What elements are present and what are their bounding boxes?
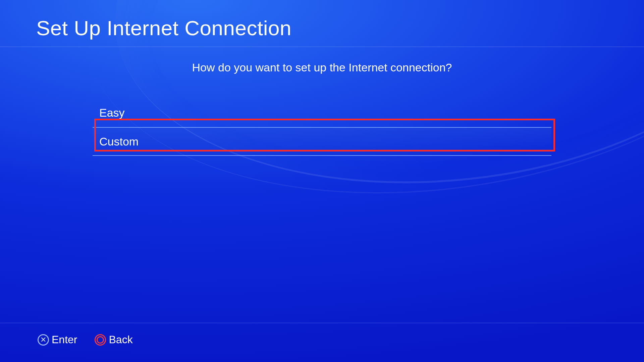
footer-divider	[0, 323, 644, 323]
header: Set Up Internet Connection	[0, 0, 644, 47]
hint-back-label: Back	[109, 334, 132, 346]
options-list: Easy Custom	[93, 98, 551, 156]
circle-button-icon	[95, 334, 106, 346]
option-easy[interactable]: Easy	[93, 98, 551, 127]
hint-enter: ✕ Enter	[38, 334, 77, 346]
setup-prompt: How do you want to set up the Internet c…	[0, 61, 644, 74]
option-custom[interactable]: Custom	[93, 127, 551, 156]
footer-hints: ✕ Enter Back	[38, 334, 133, 346]
option-label: Custom	[99, 135, 139, 148]
page-title: Set Up Internet Connection	[36, 16, 644, 40]
option-label: Easy	[99, 106, 125, 119]
hint-back: Back	[95, 334, 132, 346]
hint-enter-label: Enter	[52, 334, 77, 346]
cross-button-icon: ✕	[38, 334, 49, 346]
